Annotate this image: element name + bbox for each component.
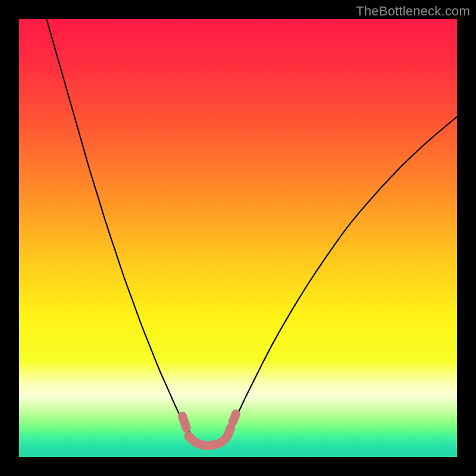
- bottom-j-marker: [183, 414, 236, 446]
- outer-frame: TheBottleneck.com: [0, 0, 476, 476]
- marker-segment: [233, 414, 236, 422]
- watermark-text: TheBottleneck.com: [356, 4, 470, 19]
- chart-svg: [19, 19, 457, 457]
- marker-segment: [183, 416, 187, 428]
- curve-right: [203, 113, 457, 446]
- plot-area: [19, 19, 457, 457]
- marker-segment: [189, 428, 231, 445]
- curve-left: [45, 19, 203, 446]
